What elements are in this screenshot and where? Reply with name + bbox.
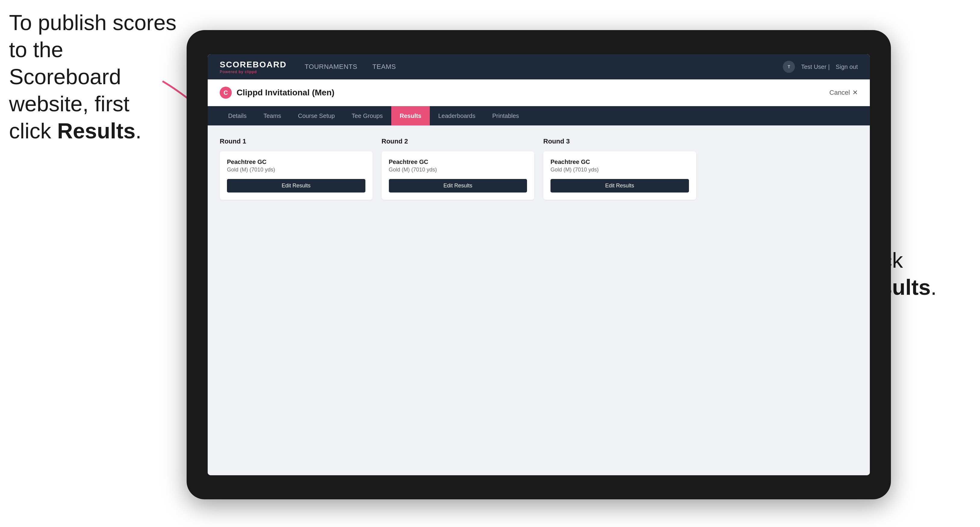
nav-teams[interactable]: TEAMS (372, 63, 396, 71)
user-name: Test User | (801, 63, 829, 70)
tab-course-setup[interactable]: Course Setup (290, 106, 343, 125)
edit-results-button-2[interactable]: Edit Results (389, 179, 527, 192)
instruction-left: To publish scores to the Scoreboard webs… (9, 9, 178, 144)
sub-nav: Details Teams Course Setup Tee Groups Re… (208, 106, 870, 125)
logo-area: SCOREBOARD Powered by clippd (220, 60, 286, 74)
logo-subtitle: Powered by clippd (220, 70, 286, 74)
round-4-column-empty (705, 138, 858, 200)
edit-results-button-1[interactable]: Edit Results (227, 179, 365, 192)
signout-link[interactable]: Sign out (836, 63, 858, 70)
tournament-header: C Clippd Invitational (Men) Cancel ✕ (208, 79, 870, 106)
tournament-name: Clippd Invitational (Men) (237, 88, 334, 97)
round-1-course-name: Peachtree GC (227, 159, 365, 165)
tournament-title-area: C Clippd Invitational (Men) (220, 87, 334, 98)
round-3-card: Peachtree GC Gold (M) (7010 yds) Edit Re… (543, 151, 696, 200)
round-3-course-name: Peachtree GC (550, 159, 689, 165)
tab-leaderboards[interactable]: Leaderboards (430, 106, 484, 125)
round-2-course-details: Gold (M) (7010 yds) (389, 167, 527, 173)
round-1-title: Round 1 (220, 138, 372, 145)
round-2-title: Round 2 (382, 138, 535, 145)
round-2-column: Round 2 Peachtree GC Gold (M) (7010 yds)… (382, 138, 535, 200)
tab-tee-groups[interactable]: Tee Groups (343, 106, 391, 125)
nav-right: T Test User | Sign out (783, 61, 858, 73)
main-content: Round 1 Peachtree GC Gold (M) (7010 yds)… (208, 125, 870, 475)
clippd-icon: C (220, 87, 232, 98)
round-1-course-details: Gold (M) (7010 yds) (227, 167, 365, 173)
round-1-column: Round 1 Peachtree GC Gold (M) (7010 yds)… (220, 138, 372, 200)
tab-results[interactable]: Results (391, 106, 430, 125)
tablet-device: SCOREBOARD Powered by clippd TOURNAMENTS… (187, 30, 891, 499)
top-navbar: SCOREBOARD Powered by clippd TOURNAMENTS… (208, 54, 870, 79)
tablet-screen: SCOREBOARD Powered by clippd TOURNAMENTS… (208, 54, 870, 475)
round-3-column: Round 3 Peachtree GC Gold (M) (7010 yds)… (543, 138, 696, 200)
nav-links: TOURNAMENTS TEAMS (305, 63, 783, 71)
tab-teams[interactable]: Teams (255, 106, 290, 125)
tab-printables[interactable]: Printables (484, 106, 527, 125)
round-3-course-details: Gold (M) (7010 yds) (550, 167, 689, 173)
cancel-button[interactable]: Cancel ✕ (829, 89, 858, 97)
user-avatar: T (783, 61, 795, 73)
close-icon: ✕ (853, 89, 858, 97)
logo-text: SCOREBOARD (220, 60, 286, 70)
rounds-grid: Round 1 Peachtree GC Gold (M) (7010 yds)… (220, 138, 858, 200)
edit-results-button-3[interactable]: Edit Results (550, 179, 689, 192)
round-2-course-name: Peachtree GC (389, 159, 527, 165)
round-2-card: Peachtree GC Gold (M) (7010 yds) Edit Re… (382, 151, 535, 200)
tab-details[interactable]: Details (220, 106, 255, 125)
nav-tournaments[interactable]: TOURNAMENTS (305, 63, 357, 71)
round-1-card: Peachtree GC Gold (M) (7010 yds) Edit Re… (220, 151, 372, 200)
round-3-title: Round 3 (543, 138, 696, 145)
